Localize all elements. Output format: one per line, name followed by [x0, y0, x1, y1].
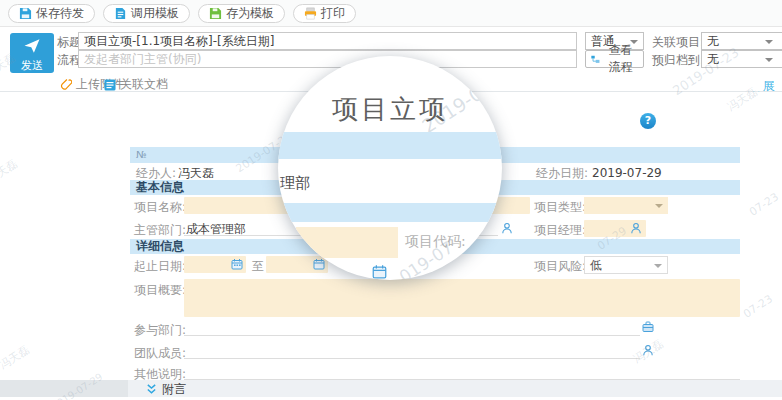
project-type-label: 项目类型: [534, 200, 586, 214]
project-name-label: 项目名称: [134, 200, 186, 214]
save-as-icon [209, 7, 222, 20]
paper-plane-icon [23, 37, 41, 55]
postscript-label: 附言 [162, 381, 186, 398]
paperclip-icon [60, 78, 72, 91]
team-person-picker-icon[interactable] [642, 344, 654, 356]
start-date-calendar-icon[interactable] [231, 258, 243, 270]
handler-label: 经办人: [136, 166, 176, 180]
magnified-code-label: 项目代码: [405, 233, 466, 251]
title-input[interactable] [78, 32, 577, 50]
related-project-label: 关联项目: [652, 35, 704, 49]
magnifier-circle: 2019-07-2 项目立项 理部 项目代码: 019-07 [278, 56, 502, 280]
related-project-value: 无 [707, 34, 719, 48]
pm-person-picker-icon[interactable] [630, 222, 642, 234]
chevron-down-icon [765, 58, 773, 62]
magnified-band [278, 132, 502, 159]
view-flow-button[interactable]: 查看流程 [585, 50, 644, 68]
related-project-select[interactable]: 无 [701, 32, 782, 50]
magnified-form-title: 项目立项 [278, 92, 502, 127]
risk-value: 低 [590, 258, 602, 272]
team-input[interactable] [184, 343, 640, 359]
save-pending-label: 保存待发 [36, 5, 84, 22]
other-input[interactable] [184, 364, 740, 380]
magnified-calendar-icon [372, 264, 387, 279]
pm-label: 项目经理: [534, 223, 586, 237]
handle-date-value: 2019-07-29 [592, 166, 662, 180]
risk-label: 项目风险: [534, 259, 586, 273]
team-label: 团队成员: [134, 346, 186, 360]
handle-date-label: 经办日期: [536, 166, 588, 180]
magnified-dept-fragment: 理部 [280, 174, 310, 193]
print-label: 打印 [321, 5, 345, 22]
participating-label: 参与部门: [134, 323, 186, 337]
risk-select[interactable]: 低 [584, 256, 668, 274]
save-icon [19, 7, 32, 20]
related-doc-link[interactable]: 关联文档 [104, 76, 168, 93]
save-as-template-button[interactable]: 存为模板 [198, 4, 285, 23]
dept-person-picker-icon[interactable] [501, 222, 513, 234]
call-template-button[interactable]: 调用模板 [103, 4, 190, 23]
view-flow-label: 查看流程 [603, 42, 638, 76]
postscript-toggle[interactable]: 附言 [146, 381, 186, 398]
toolbar: 保存待发 调用模板 存为模板 打印 [0, 0, 782, 27]
daterange-to-label: 至 [252, 259, 264, 273]
prearchive-label: 预归档到: [652, 53, 704, 67]
double-chevron-down-icon [146, 384, 157, 395]
dept-label: 主管部门: [134, 223, 186, 237]
print-button[interactable]: 打印 [293, 4, 356, 23]
end-date-calendar-icon[interactable] [313, 258, 325, 270]
department-picker-icon[interactable] [642, 321, 654, 333]
daterange-label: 起止日期: [134, 259, 186, 273]
chevron-down-icon [765, 40, 773, 44]
document-icon [104, 79, 116, 91]
handler-value: 冯天磊 [178, 166, 214, 180]
oa-form-page: 保存待发 调用模板 存为模板 打印 发送 标题: 普通 关联项目: 无 [0, 0, 782, 400]
save-as-template-label: 存为模板 [226, 5, 274, 22]
prearchive-select[interactable]: 无 [701, 50, 782, 68]
related-doc-label: 关联文档 [120, 76, 168, 93]
bottom-bar [128, 380, 782, 397]
participating-input[interactable] [184, 320, 640, 336]
flow-icon [591, 54, 600, 65]
call-template-label: 调用模板 [131, 5, 179, 22]
prearchive-value: 无 [707, 52, 719, 66]
dept-value: 成本管理部 [186, 222, 246, 236]
template-icon [114, 7, 127, 20]
summary-label: 项目概要: [134, 283, 186, 297]
bottom-bar-left [0, 380, 128, 397]
chevron-down-icon [655, 204, 663, 208]
send-label: 发送 [10, 60, 54, 72]
save-pending-button[interactable]: 保存待发 [8, 4, 95, 23]
flow-input[interactable] [78, 50, 577, 68]
send-button[interactable]: 发送 [10, 33, 54, 73]
help-icon[interactable]: ? [640, 113, 656, 129]
print-icon [304, 7, 317, 20]
summary-textarea[interactable] [184, 279, 740, 317]
other-label: 其他说明: [134, 367, 186, 381]
magnified-band [278, 203, 502, 222]
project-type-select[interactable] [584, 197, 668, 214]
chevron-down-icon [654, 264, 662, 268]
